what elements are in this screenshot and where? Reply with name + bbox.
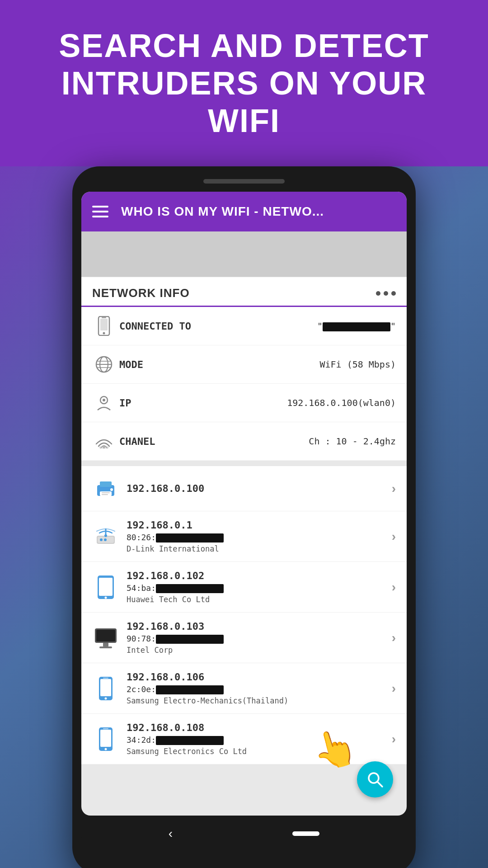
device-ip: 192.168.0.102	[127, 570, 392, 581]
device-info: 192.168.0.106 2c:0e: Samsung Electro-Mec…	[127, 671, 392, 705]
device-info: 192.168.0.102 54:ba: Huawei Tech Co Ltd	[127, 570, 392, 604]
header-title: SEARCH AND DETECT INTRUDERS ON YOUR WIFI	[36, 27, 452, 139]
device-ip: 192.168.0.106	[127, 671, 392, 683]
channel-label: CHANEL	[119, 436, 309, 447]
more-options-button[interactable]	[376, 291, 396, 296]
svg-rect-29	[96, 630, 115, 642]
svg-rect-31	[99, 646, 112, 648]
svg-point-23	[100, 538, 103, 541]
network-info-header: NETWORK INFO	[81, 277, 407, 307]
chevron-right-icon: ›	[392, 681, 396, 696]
svg-point-2	[103, 332, 105, 335]
monitor-icon	[92, 624, 119, 651]
svg-point-34	[105, 697, 107, 699]
network-info-title: NETWORK INFO	[92, 286, 190, 300]
svg-point-22	[104, 534, 107, 537]
phone2-icon	[92, 726, 119, 753]
app-bar-title: WHO IS ON MY WIFI - NETWO...	[121, 204, 324, 219]
chevron-right-icon: ›	[392, 631, 396, 645]
phone-speaker	[203, 179, 285, 184]
device-ip: 192.168.0.103	[127, 621, 392, 632]
channel-value: Ch : 10 - 2.4ghz	[309, 436, 396, 447]
device-mac: 34:2d:	[127, 735, 392, 745]
info-row-connected: CONNECTED TO " "	[81, 307, 407, 345]
device-ip: 192.168.0.1	[127, 519, 392, 531]
ip-icon	[92, 391, 116, 415]
phone-frame: WHO IS ON MY WIFI - NETWO... NETWORK INF…	[72, 166, 416, 868]
device-item[interactable]: 192.168.0.103 90:78: Intel Corp ›	[81, 613, 407, 663]
svg-rect-35	[103, 678, 108, 679]
chevron-right-icon: ›	[392, 732, 396, 746]
connected-to-value: " "	[317, 321, 396, 331]
svg-line-41	[377, 782, 382, 787]
svg-rect-12	[99, 446, 109, 448]
mode-label: MODE	[119, 359, 319, 370]
device-item[interactable]: 192.168.0.100 ›	[81, 466, 407, 511]
smartphone-icon	[92, 314, 116, 338]
scan-fab-button[interactable]	[357, 761, 393, 797]
info-row-ip: IP 192.168.0.100(wlan0)	[81, 384, 407, 422]
device-vendor: Samsung Electronics Co Ltd	[127, 747, 392, 756]
device-ip: 192.168.0.108	[127, 722, 392, 733]
mode-value: WiFi (58 Mbps)	[319, 359, 396, 370]
svg-rect-37	[100, 730, 111, 747]
chevron-right-icon: ›	[392, 580, 396, 594]
svg-point-38	[105, 748, 107, 750]
svg-rect-18	[102, 494, 108, 495]
network-info-card: NETWORK INFO CONNECTED TO	[81, 277, 407, 461]
ad-banner	[81, 231, 407, 277]
device-list: 192.168.0.100 ›	[81, 466, 407, 764]
device-info: 192.168.0.108 34:2d: Samsung Electronics…	[127, 722, 392, 756]
info-row-mode: MODE WiFi (58 Mbps)	[81, 345, 407, 384]
info-row-channel: CHANEL Ch : 10 - 2.4ghz	[81, 422, 407, 461]
printer-icon	[92, 475, 119, 502]
device-item[interactable]: 192.168.0.102 54:ba: Huawei Tech Co Ltd …	[81, 562, 407, 613]
device-mac: 90:78:	[127, 634, 392, 644]
device-item[interactable]: 192.168.0.1 80:26: D-Link International …	[81, 511, 407, 562]
phone-nav-bar: ‹	[81, 816, 407, 852]
phone-icon	[92, 675, 119, 702]
chevron-right-icon: ›	[392, 481, 396, 496]
svg-rect-30	[103, 643, 108, 646]
svg-rect-1	[100, 319, 108, 330]
device-ip: 192.168.0.100	[127, 483, 392, 494]
device-info: 192.168.0.1 80:26: D-Link International	[127, 519, 392, 553]
search-icon	[366, 771, 384, 788]
device-vendor: D-Link International	[127, 544, 392, 553]
ip-value: 192.168.0.100(wlan0)	[287, 397, 396, 408]
device-mac: 54:ba:	[127, 583, 392, 593]
svg-rect-39	[103, 728, 108, 729]
svg-rect-14	[100, 481, 112, 487]
ip-label: IP	[119, 397, 287, 409]
svg-rect-26	[99, 578, 113, 596]
connected-to-label: CONNECTED TO	[119, 321, 317, 332]
home-button[interactable]	[292, 831, 319, 836]
wifi-channel-icon	[92, 429, 116, 453]
device-info: 192.168.0.103 90:78: Intel Corp	[127, 621, 392, 655]
svg-point-27	[105, 596, 107, 599]
app-bar: WHO IS ON MY WIFI - NETWO...	[81, 192, 407, 231]
header-banner: SEARCH AND DETECT INTRUDERS ON YOUR WIFI	[0, 0, 488, 166]
device-item[interactable]: 192.168.0.108 34:2d: Samsung Electronics…	[81, 714, 407, 764]
device-vendor: Intel Corp	[127, 646, 392, 655]
svg-point-24	[104, 538, 107, 541]
svg-point-16	[110, 488, 113, 491]
svg-rect-15	[100, 491, 112, 496]
device-vendor: Huawei Tech Co Ltd	[127, 595, 392, 604]
globe-icon	[92, 353, 116, 376]
svg-rect-17	[102, 492, 110, 493]
device-item[interactable]: 192.168.0.106 2c:0e: Samsung Electro-Mec…	[81, 663, 407, 714]
phone-screen: WHO IS ON MY WIFI - NETWO... NETWORK INF…	[81, 192, 407, 816]
device-vendor: Samsung Electro-Mechanics(Thailand)	[127, 696, 392, 705]
chevron-right-icon: ›	[392, 529, 396, 544]
device-mac: 2c:0e:	[127, 684, 392, 694]
svg-rect-33	[100, 679, 111, 696]
device-mac: 80:26:	[127, 533, 392, 542]
device-info: 192.168.0.100	[127, 483, 392, 494]
svg-point-10	[103, 399, 105, 401]
router-icon	[92, 523, 119, 550]
tablet-icon	[92, 574, 119, 601]
hamburger-menu-button[interactable]	[92, 206, 108, 217]
back-button[interactable]: ‹	[169, 826, 173, 841]
